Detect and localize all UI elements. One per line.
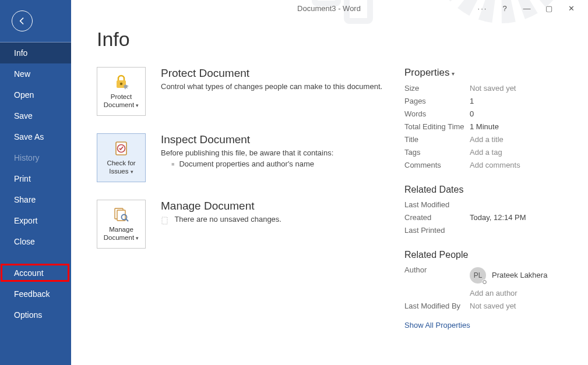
window-controls: ··· ? — ▢ ✕: [471, 2, 582, 14]
sidebar-item-label: History: [14, 153, 40, 162]
author-name: Prateek Lakhera: [492, 269, 547, 282]
inspect-document-section: Check for Issues ▾ Inspect Document Befo…: [97, 133, 388, 182]
show-all-properties-link[interactable]: Show All Properties: [404, 321, 470, 329]
sidebar-item-label: Share: [14, 195, 36, 204]
minimize-button[interactable]: —: [516, 2, 538, 14]
sidebar-item-info[interactable]: Info: [0, 42, 71, 63]
sidebar-item-new[interactable]: New: [0, 63, 71, 84]
sidebar-item-save[interactable]: Save: [0, 105, 71, 126]
sidebar-item-label: Close: [14, 237, 35, 246]
manage-document-button[interactable]: Manage Document ▾: [97, 200, 146, 249]
arrow-left-icon: [17, 16, 27, 26]
properties-heading[interactable]: Properties▾: [404, 67, 571, 79]
related-dates-heading: Related Dates: [404, 185, 571, 195]
prop-last-printed-key: Last Printed: [404, 224, 470, 237]
documents-magnify-icon: [112, 206, 130, 224]
presence-indicator: [482, 279, 487, 285]
sidebar-item-open[interactable]: Open: [0, 84, 71, 105]
prop-last-modified-by-key: Last Modified By: [404, 300, 470, 313]
add-author[interactable]: Add an author: [470, 287, 571, 300]
prop-words-value: 0: [470, 108, 571, 121]
sidebar-item-label: Save As: [14, 132, 44, 141]
back-button[interactable]: [12, 10, 33, 31]
prop-size-value: Not saved yet: [470, 82, 571, 95]
inspect-bullet: Document properties and author's name: [171, 160, 333, 168]
section-line: There are no unsaved changes.: [161, 215, 281, 224]
prop-total-editing-time-key: Total Editing Time: [404, 121, 470, 133]
sidebar-item-export[interactable]: Export: [0, 210, 71, 231]
tile-label: Protect Document ▾: [100, 93, 143, 109]
protect-document-button[interactable]: Protect Document ▾: [97, 67, 146, 116]
sidebar-item-print[interactable]: Print: [0, 168, 71, 189]
prop-comments-value[interactable]: Add comments: [470, 159, 571, 172]
sidebar-item-label: Feedback: [14, 289, 50, 299]
prop-author-key: Author: [404, 264, 470, 277]
backstage-sidebar: Info New Open Save Save As History Print…: [0, 0, 71, 365]
properties-panel: Properties▾ SizeNot saved yet Pages1 Wor…: [404, 67, 571, 329]
prop-words-key: Words: [404, 108, 470, 121]
sidebar-item-save-as[interactable]: Save As: [0, 126, 71, 147]
sidebar-item-label: Account: [14, 268, 44, 278]
sidebar-item-account[interactable]: Account: [0, 263, 71, 284]
prop-created-value: Today, 12:14 PM: [470, 211, 571, 224]
prop-last-modified-value: [470, 199, 571, 211]
check-for-issues-button[interactable]: Check for Issues ▾: [97, 133, 146, 182]
section-desc: Control what types of changes people can…: [161, 82, 382, 91]
page-title: Info: [97, 28, 571, 51]
avatar: PL: [470, 267, 486, 284]
sidebar-item-label: New: [14, 69, 30, 79]
sidebar-item-label: Save: [14, 111, 33, 121]
sidebar-item-options[interactable]: Options: [0, 304, 71, 325]
sidebar-item-label: Info: [14, 48, 27, 58]
section-lead: Before publishing this file, be aware th…: [161, 148, 333, 157]
prop-pages-value: 1: [470, 95, 571, 108]
sidebar-item-history: History: [0, 147, 71, 168]
tile-label: Manage Document ▾: [100, 226, 143, 242]
prop-last-modified-by-value: Not saved yet: [470, 300, 571, 313]
document-icon: [161, 217, 169, 224]
prop-size-key: Size: [404, 82, 470, 95]
sidebar-item-label: Print: [14, 174, 31, 183]
author-entry[interactable]: PL Prateek Lakhera: [470, 267, 571, 284]
sidebar-item-feedback[interactable]: Feedback: [0, 284, 71, 304]
prop-tags-key: Tags: [404, 146, 470, 159]
manage-document-section: Manage Document ▾ Manage Document There …: [97, 200, 388, 249]
svg-rect-13: [162, 217, 167, 224]
sidebar-item-label: Export: [14, 216, 37, 225]
svg-line-12: [126, 219, 129, 222]
related-people-heading: Related People: [404, 250, 571, 260]
protect-document-section: Protect Document ▾ Protect Document Cont…: [97, 67, 388, 116]
section-heading: Protect Document: [161, 67, 382, 80]
prop-last-modified-key: Last Modified: [404, 199, 470, 211]
prop-created-key: Created: [404, 211, 470, 224]
checklist-icon: [113, 140, 129, 157]
backstage-main: Info Protect Document ▾: [71, 0, 588, 365]
prop-title-key: Title: [404, 133, 470, 146]
svg-rect-10: [117, 210, 125, 221]
sidebar-item-close[interactable]: Close: [0, 231, 71, 252]
tile-label: Check for Issues ▾: [100, 160, 143, 176]
sidebar-item-share[interactable]: Share: [0, 189, 71, 210]
lock-shield-icon: [112, 73, 130, 91]
section-heading: Inspect Document: [161, 133, 333, 146]
sidebar-item-label: Options: [14, 310, 42, 320]
close-window-button[interactable]: ✕: [560, 2, 582, 14]
chevron-down-icon: ▾: [452, 70, 455, 77]
prop-last-printed-value: [470, 224, 571, 237]
window-title: Document3 - Word: [297, 4, 361, 13]
section-heading: Manage Document: [161, 200, 281, 212]
prop-comments-key: Comments: [404, 159, 470, 172]
restore-button[interactable]: ▢: [538, 2, 560, 14]
prop-title-value[interactable]: Add a title: [470, 133, 571, 146]
prop-total-editing-time-value: 1 Minute: [470, 121, 571, 133]
ribbon-options-button[interactable]: ···: [471, 2, 494, 14]
sidebar-item-label: Open: [14, 90, 34, 100]
svg-point-6: [120, 83, 122, 85]
help-button[interactable]: ?: [494, 2, 516, 14]
prop-pages-key: Pages: [404, 95, 470, 108]
prop-tags-value[interactable]: Add a tag: [470, 146, 571, 159]
